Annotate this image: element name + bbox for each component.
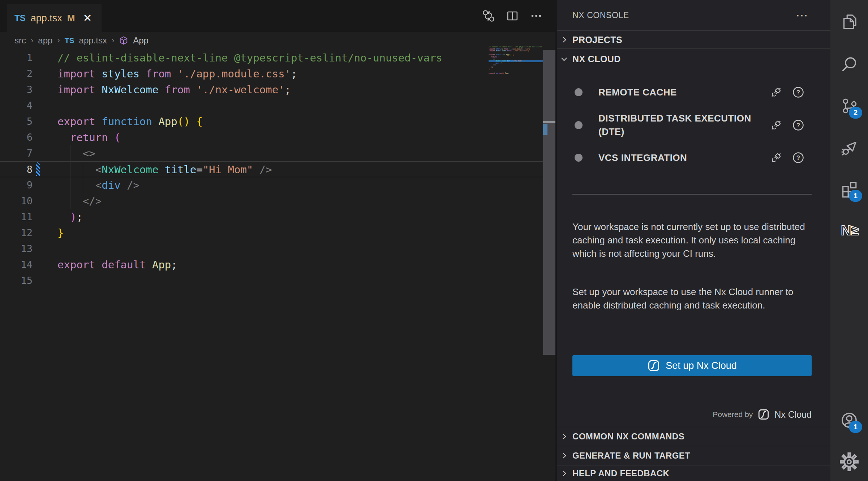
breadcrumb-separator: › <box>112 36 114 45</box>
minimap[interactable]: // eslint-disable-next-line @typescript-… <box>489 46 543 76</box>
code-line: 2import styles from './app.module.css'; <box>0 66 543 82</box>
code-text: </> <box>57 193 102 209</box>
powered-by: Powered by Nx Cloud <box>713 405 812 424</box>
setup-button-label: Set up Nx Cloud <box>666 360 737 371</box>
activity-bar: 2 1 N≥ 1 <box>830 0 868 481</box>
panel-title: NX CONSOLE <box>572 10 629 20</box>
status-bullet-icon <box>575 154 583 162</box>
feature-label: REMOTE CACHE <box>598 86 761 99</box>
code-line: 8 <NxWelcome title="Hi Mom" /> <box>0 161 543 177</box>
account-badge: 1 <box>849 421 862 433</box>
nx-cloud-logo-icon <box>647 359 660 372</box>
code-line: 5export function App() { <box>0 114 543 129</box>
collapsed-section-row[interactable]: HELP AND FEEDBACK <box>557 465 830 481</box>
line-number: 4 <box>0 98 33 114</box>
code-text: export function App() { <box>57 114 203 129</box>
close-icon[interactable]: ✕ <box>83 13 92 24</box>
help-icon[interactable]: ? <box>792 86 805 99</box>
code-text: } <box>57 225 64 241</box>
svg-text:N≥: N≥ <box>841 222 859 238</box>
section-label: PROJECTS <box>572 34 622 45</box>
line-number: 3 <box>0 82 33 98</box>
connect-plug-icon[interactable] <box>770 151 783 164</box>
code-text: import styles from './app.module.css'; <box>57 66 297 82</box>
powered-by-brand[interactable]: Nx Cloud <box>774 409 812 420</box>
code-text: // eslint-disable-next-line @typescript-… <box>57 50 442 66</box>
tab-filename: app.tsx <box>31 13 62 24</box>
nx-cloud-feature-row: VCS INTEGRATION ? <box>557 147 830 169</box>
code-line: 15 <box>0 273 543 289</box>
collapsed-section-row[interactable]: COMMON NX COMMANDS <box>557 427 830 446</box>
editor-scrollbar[interactable] <box>543 50 555 355</box>
section-label: NX CLOUD <box>572 54 621 64</box>
chevron-right-icon <box>560 35 568 44</box>
tab-bar: TS app.tsx M ✕ <box>0 0 557 32</box>
setup-hint-text: Set up your workspace to use the Nx Clou… <box>572 285 814 312</box>
explorer-icon[interactable] <box>840 12 859 31</box>
gear-icon[interactable] <box>840 452 859 471</box>
run-and-debug-icon[interactable] <box>840 138 859 157</box>
code-line: 1// eslint-disable-next-line @typescript… <box>0 50 543 66</box>
svg-text:?: ? <box>796 89 800 96</box>
source-control-badge: 2 <box>849 107 862 119</box>
section-projects[interactable]: PROJECTS <box>557 30 830 48</box>
section-nx-cloud[interactable]: NX CLOUD <box>557 48 830 69</box>
feature-label: DISTRIBUTED TASK EXECUTION (DTE) <box>598 112 761 139</box>
code-line: 7 <> <box>0 145 543 161</box>
help-icon[interactable]: ? <box>792 151 805 164</box>
nx-cloud-feature-row: DISTRIBUTED TASK EXECUTION (DTE) ? <box>557 108 830 141</box>
nx-cloud-feature-row: REMOTE CACHE ? <box>557 81 830 103</box>
section-label: COMMON NX COMMANDS <box>572 431 684 442</box>
line-number: 7 <box>0 145 33 161</box>
connect-plug-icon[interactable] <box>770 119 783 132</box>
code-line: 4 <box>0 98 543 114</box>
breadcrumb-file[interactable]: app.tsx <box>79 35 107 46</box>
help-icon[interactable]: ? <box>792 119 805 132</box>
powered-by-label: Powered by <box>713 410 753 419</box>
code-text: <> <box>57 145 95 161</box>
line-number: 1 <box>0 50 33 66</box>
more-actions-icon[interactable]: ⋯ <box>796 8 809 22</box>
source-control-icon[interactable]: 2 <box>840 97 859 115</box>
code-line: 3import NxWelcome from './nx-welcome'; <box>0 82 543 98</box>
svg-text:?: ? <box>796 154 800 161</box>
extensions-badge: 1 <box>849 190 862 202</box>
extensions-icon[interactable]: 1 <box>840 180 859 199</box>
split-editor-icon[interactable] <box>504 8 520 24</box>
collapsed-section-row[interactable]: GENERATE & RUN TARGET <box>557 446 830 465</box>
indent-guide <box>70 145 70 209</box>
more-actions-icon[interactable] <box>528 8 544 24</box>
nx-cloud-logo-icon <box>757 408 770 421</box>
open-changes-icon[interactable] <box>481 8 497 24</box>
minimap-line <box>489 74 543 76</box>
breadcrumb-folder-src[interactable]: src <box>14 35 26 46</box>
chevron-down-icon <box>560 55 568 63</box>
setup-nx-cloud-button[interactable]: Set up Nx Cloud <box>572 355 812 376</box>
code-line: 9 <div /> <box>0 177 543 193</box>
section-label: HELP AND FEEDBACK <box>572 468 669 478</box>
code-line: 6 return ( <box>0 129 543 145</box>
indent-guide <box>83 161 83 193</box>
breadcrumb-folder-app[interactable]: app <box>38 35 52 46</box>
line-number: 9 <box>0 177 33 193</box>
nx-console-icon[interactable]: N≥ <box>840 221 859 240</box>
search-icon[interactable] <box>840 55 859 74</box>
chevron-right-icon <box>560 451 568 460</box>
code-text: ); <box>57 209 83 225</box>
breadcrumb-symbol-app[interactable]: App <box>133 35 149 46</box>
typescript-file-icon: TS <box>14 13 26 23</box>
panel-title-row: NX CONSOLE ⋯ <box>557 0 830 30</box>
line-number: 5 <box>0 114 33 129</box>
scrollbar-band <box>543 121 555 123</box>
line-number: 2 <box>0 66 33 82</box>
breadcrumb-separator: › <box>57 36 60 45</box>
account-icon[interactable]: 1 <box>840 411 859 430</box>
connect-plug-icon[interactable] <box>770 86 783 99</box>
code-editor[interactable]: 1// eslint-disable-next-line @typescript… <box>0 50 543 289</box>
line-number: 13 <box>0 241 33 257</box>
tab-app-tsx[interactable]: TS app.tsx M ✕ <box>7 4 102 32</box>
code-line: 10 </> <box>0 193 543 209</box>
git-modified-badge: M <box>67 13 75 24</box>
line-number: 6 <box>0 129 33 145</box>
line-number: 10 <box>0 193 33 209</box>
